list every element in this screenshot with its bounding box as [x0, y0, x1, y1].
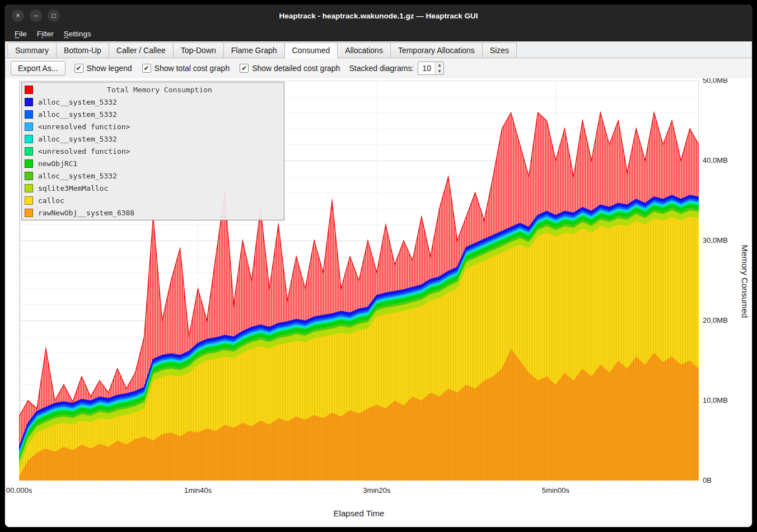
spinbox-decrement-button[interactable]: ▼ [436, 68, 443, 74]
menubar: FileFilterSettings [5, 26, 752, 41]
checkbox-show-total-cost-graph[interactable]: ✔Show total cost graph [142, 64, 230, 73]
checkbox-box-icon: ✔ [74, 64, 83, 73]
x-axis-title: Elapsed Time [19, 509, 699, 518]
maximize-icon: □ [52, 12, 55, 19]
y-axis-tick-label: 50,0MB [703, 78, 728, 84]
toolbar: Export As... ✔Show legend✔Show total cos… [5, 58, 752, 78]
stacked-diagrams-group: Stacked diagrams: 10 ▲ ▼ [349, 62, 443, 75]
legend-item-label: newObjRC1 [38, 159, 77, 168]
legend-item-label: rawNewObj__system_6388 [38, 209, 134, 217]
checkbox-box-icon: ✔ [142, 64, 151, 73]
stacked-diagrams-spinbox[interactable]: 10 ▲ ▼ [418, 62, 444, 75]
legend-item: sqlite3MemMalloc [25, 182, 281, 194]
tab-caller-callee[interactable]: Caller / Callee [109, 43, 174, 58]
stacked-diagrams-label: Stacked diagrams: [349, 64, 414, 73]
y-axis-tick-label: 40,0MB [703, 156, 728, 164]
legend-swatch [25, 110, 33, 119]
x-axis-tick-label: 5min00s [542, 486, 569, 495]
legend-item-label: alloc__system_5332 [38, 172, 117, 180]
menu-settings[interactable]: Settings [59, 27, 96, 40]
legend-item-label: alloc__system_5332 [38, 110, 117, 119]
heaptrack-window: × – □ Heaptrack - heaptrack.wakunode.1.g… [4, 4, 753, 528]
checkbox-label: Show detailed cost graph [252, 64, 340, 73]
x-axis-tick-label: 00.000s [6, 486, 32, 495]
legend-item-label: alloc__system_5332 [38, 98, 117, 106]
spinbox-arrows: ▲ ▼ [435, 62, 443, 74]
checkbox-label: Show legend [87, 64, 132, 73]
legend-item: alloc__system_5332 [25, 108, 281, 120]
legend-swatch [25, 172, 33, 180]
legend-item: alloc__system_5332 [25, 170, 281, 182]
y-axis-tick-label: 10,0MB [703, 396, 728, 404]
tab-allocations[interactable]: Allocations [337, 43, 391, 58]
legend-swatch [25, 159, 33, 168]
legend-item: rawNewObj__system_6388 [25, 206, 281, 219]
y-axis-tick-label: 20,0MB [703, 316, 728, 324]
checkbox-show-legend[interactable]: ✔Show legend [74, 64, 132, 73]
legend-swatch [25, 147, 33, 156]
legend-item-label: calloc [38, 196, 64, 205]
legend-item: <unresolved function> [25, 145, 281, 157]
tab-temporary-allocations[interactable]: Temporary Allocations [390, 43, 483, 58]
close-button[interactable]: × [12, 10, 24, 22]
legend-title: Total Memory Consumption [38, 86, 281, 94]
legend-swatch [25, 209, 33, 217]
legend-item: alloc__system_5332 [25, 133, 281, 145]
tab-summary[interactable]: Summary [7, 43, 57, 58]
tab-flame-graph[interactable]: Flame Graph [223, 43, 285, 58]
minimize-button[interactable]: – [30, 10, 42, 22]
legend-item-label: sqlite3MemMalloc [38, 184, 108, 192]
tab-consumed[interactable]: Consumed [284, 43, 338, 58]
legend-item: <unresolved function> [25, 120, 281, 133]
window-title: Heaptrack - heaptrack.wakunode.1.gz — He… [279, 12, 478, 20]
menu-filter[interactable]: Filter [32, 27, 59, 40]
close-icon: × [16, 12, 20, 19]
legend-swatch [25, 196, 33, 205]
legend-swatch [25, 135, 33, 143]
legend-item-label: alloc__system_5332 [38, 135, 117, 143]
chart-area: Total Memory Consumptionalloc__system_53… [5, 78, 752, 527]
menu-file[interactable]: File [10, 27, 32, 40]
tab-bar: SummaryBottom-UpCaller / CalleeTop-DownF… [5, 41, 752, 58]
y-axis-title: Memory Consumed [740, 245, 750, 318]
checkbox-label: Show total cost graph [155, 64, 230, 73]
legend-swatch-total [25, 86, 33, 94]
legend-item: calloc [25, 194, 281, 206]
maximize-button[interactable]: □ [48, 10, 60, 22]
legend-swatch [25, 98, 33, 106]
export-as-button[interactable]: Export As... [11, 61, 66, 76]
y-axis-tick-label: 0B [703, 476, 712, 484]
chart-legend: Total Memory Consumptionalloc__system_53… [21, 82, 284, 220]
checkbox-box-icon: ✔ [240, 64, 249, 73]
toolbar-checkboxes: ✔Show legend✔Show total cost graph✔Show … [74, 64, 340, 73]
x-axis-tick-label: 3min20s [363, 486, 390, 495]
x-axis-tick-label: 1min40s [184, 486, 212, 495]
desktop-background: × – □ Heaptrack - heaptrack.wakunode.1.g… [0, 0, 757, 532]
legend-title-row: Total Memory Consumption [25, 83, 281, 96]
tab-bottom-up[interactable]: Bottom-Up [56, 43, 109, 58]
tab-sizes[interactable]: Sizes [482, 43, 517, 58]
tab-top-down[interactable]: Top-Down [173, 43, 224, 58]
legend-swatch [25, 123, 33, 131]
legend-swatch [25, 184, 33, 192]
legend-item: alloc__system_5332 [25, 96, 281, 108]
titlebar[interactable]: × – □ Heaptrack - heaptrack.wakunode.1.g… [5, 5, 752, 26]
checkbox-show-detailed-cost-graph[interactable]: ✔Show detailed cost graph [240, 64, 340, 73]
spinbox-value: 10 [418, 62, 435, 74]
y-axis-tick-label: 30,0MB [703, 236, 728, 244]
legend-item: newObjRC1 [25, 157, 281, 170]
legend-item-label: <unresolved function> [38, 123, 130, 131]
window-controls: × – □ [12, 5, 60, 26]
legend-item-label: <unresolved function> [38, 147, 130, 156]
spinbox-increment-button[interactable]: ▲ [436, 62, 443, 68]
minimize-icon: – [34, 12, 38, 19]
